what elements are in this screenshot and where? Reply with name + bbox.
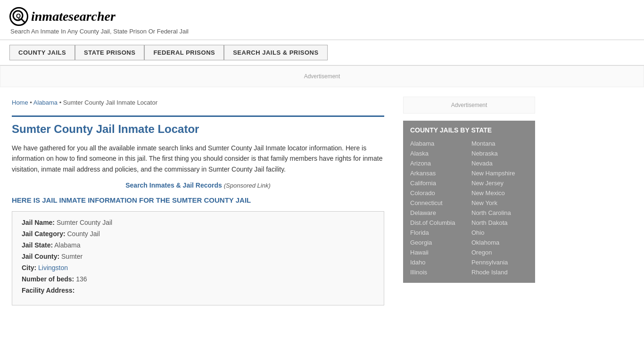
site-tagline: Search An Inmate In Any County Jail, Sta… — [10, 28, 635, 35]
sidebar-state-item[interactable]: Georgia — [410, 238, 467, 247]
state-box: COUNTY JAILS BY STATE AlabamaAlaskaArizo… — [403, 121, 535, 283]
main-layout: Home • Alabama • Sumter County Jail Inma… — [0, 92, 644, 322]
sidebar-state-item[interactable]: New York — [471, 198, 528, 208]
sidebar-state-item[interactable]: New Mexico — [471, 188, 528, 198]
state-box-title: COUNTY JAILS BY STATE — [410, 126, 528, 134]
logo-suffix: searcher — [68, 9, 116, 24]
jail-county-label: Jail County: — [22, 253, 59, 260]
svg-text:Q: Q — [16, 12, 21, 19]
svg-line-1 — [22, 19, 25, 23]
sidebar-state-item[interactable]: Nevada — [471, 158, 528, 168]
sidebar-state-item[interactable]: Illinois — [410, 267, 467, 277]
breadcrumb-state[interactable]: Alabama — [33, 99, 58, 106]
jail-name-row: Jail Name: Sumter County Jail — [22, 219, 374, 226]
jail-beds-label: Number of beds: — [22, 275, 74, 283]
sidebar-state-item[interactable]: Nebraska — [471, 148, 528, 158]
sidebar-state-item[interactable]: Ohio — [471, 228, 528, 238]
sidebar-state-item[interactable]: Rhode Island — [471, 267, 528, 277]
jail-name-label: Jail Name: — [22, 219, 55, 226]
state-columns: AlabamaAlaskaArizonaArkansasCaliforniaCo… — [410, 139, 528, 277]
sidebar-state-item[interactable]: Florida — [410, 228, 467, 238]
jail-address-row: Facility Address: — [22, 287, 374, 294]
nav-state-prisons[interactable]: STATE PRISONS — [75, 45, 144, 60]
jail-city-label: City: — [22, 264, 36, 272]
jail-state-row: Jail State: Alabama — [22, 241, 374, 249]
sidebar-state-item[interactable]: Montana — [471, 139, 528, 148]
jail-category-value: County Jail — [67, 230, 99, 238]
jail-city-value: Livingston — [38, 264, 68, 272]
sidebar-ad: Advertisement — [403, 97, 535, 114]
main-nav: COUNTY JAILS STATE PRISONS FEDERAL PRISO… — [0, 40, 644, 66]
sponsored-link-container: Search Inmates & Jail Records (Sponsored… — [12, 181, 384, 189]
jail-address-label: Facility Address: — [22, 287, 74, 294]
main-content: Home • Alabama • Sumter County Jail Inma… — [0, 92, 396, 322]
sidebar-state-item[interactable]: New Hampshire — [471, 168, 528, 178]
nav-federal-prisons[interactable]: FEDERAL PRISONS — [144, 45, 224, 60]
site-header: Q inmatesearcher Search An Inmate In Any… — [0, 0, 644, 40]
logo-prefix: inmate — [31, 9, 68, 24]
breadcrumb-page: Sumter County Jail Inmate Locator — [63, 99, 157, 106]
jail-category-row: Jail Category: County Jail — [22, 230, 374, 238]
jail-beds-row: Number of beds: 136 — [22, 275, 374, 283]
sidebar: Advertisement COUNTY JAILS BY STATE Alab… — [396, 92, 542, 322]
sidebar-state-item[interactable]: Oregon — [471, 247, 528, 257]
jail-county-value: Sumter — [61, 253, 83, 260]
sidebar-state-item[interactable]: Idaho — [410, 257, 467, 267]
breadcrumb: Home • Alabama • Sumter County Jail Inma… — [12, 99, 384, 106]
jail-category-label: Jail Category: — [22, 230, 66, 238]
section-heading: HERE IS JAIL INMATE INFORMATION FOR THE … — [12, 196, 384, 204]
sidebar-state-item[interactable]: Dist.of Columbia — [410, 218, 467, 228]
sponsored-link-label: (Sponsored Link) — [224, 182, 271, 189]
sidebar-state-item[interactable]: Colorado — [410, 188, 467, 198]
jail-county-row: Jail County: Sumter — [22, 253, 374, 260]
sidebar-state-item[interactable]: North Dakota — [471, 218, 528, 228]
nav-search-jails[interactable]: SEARCH JAILS & PRISONS — [224, 45, 327, 60]
jail-info-box: Jail Name: Sumter County Jail Jail Categ… — [12, 211, 384, 305]
sidebar-state-item[interactable]: New Jersey — [471, 178, 528, 188]
page-title: Sumter County Jail Inmate Locator — [12, 115, 384, 136]
jail-name-value: Sumter County Jail — [57, 219, 112, 226]
site-logo-text[interactable]: inmatesearcher — [31, 9, 116, 24]
sidebar-state-item[interactable]: Arizona — [410, 158, 467, 168]
sidebar-state-item[interactable]: California — [410, 178, 467, 188]
jail-state-label: Jail State: — [22, 241, 53, 249]
sidebar-state-item[interactable]: Oklahoma — [471, 238, 528, 247]
sidebar-state-item[interactable]: Arkansas — [410, 168, 467, 178]
sidebar-state-item[interactable]: Alaska — [410, 148, 467, 158]
sidebar-state-item[interactable]: Pennsylvania — [471, 257, 528, 267]
breadcrumb-home[interactable]: Home — [12, 99, 28, 106]
jail-state-value: Alabama — [54, 241, 80, 249]
sidebar-state-item[interactable]: Hawaii — [410, 247, 467, 257]
jail-beds-value: 136 — [76, 275, 87, 283]
sidebar-state-item[interactable]: Connecticut — [410, 198, 467, 208]
sidebar-state-item[interactable]: North Carolina — [471, 208, 528, 218]
page-description: We have gathered for you all the availab… — [12, 143, 384, 174]
top-ad-banner: Advertisement — [0, 66, 644, 87]
sidebar-state-item[interactable]: Alabama — [410, 139, 467, 148]
sidebar-state-item[interactable]: Delaware — [410, 208, 467, 218]
logo-area: Q inmatesearcher — [9, 7, 635, 26]
sponsored-link[interactable]: Search Inmates & Jail Records — [125, 181, 222, 189]
logo-icon: Q — [9, 7, 28, 26]
jail-city-row: City: Livingston — [22, 264, 374, 272]
nav-county-jails[interactable]: COUNTY JAILS — [9, 45, 75, 60]
